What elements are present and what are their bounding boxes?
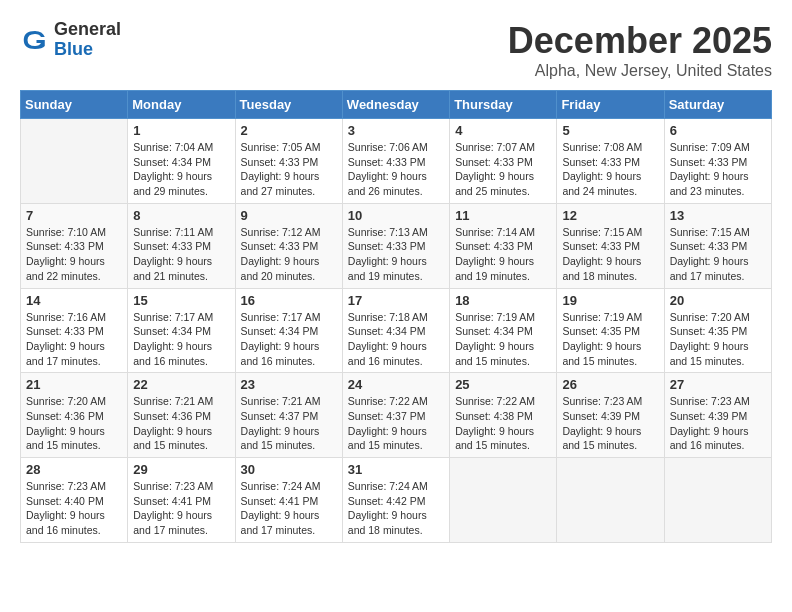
day-info: Sunrise: 7:20 AMSunset: 4:36 PMDaylight:… bbox=[26, 394, 122, 453]
day-number: 17 bbox=[348, 293, 444, 308]
day-number: 25 bbox=[455, 377, 551, 392]
day-info: Sunrise: 7:17 AMSunset: 4:34 PMDaylight:… bbox=[241, 310, 337, 369]
calendar-cell: 6Sunrise: 7:09 AMSunset: 4:33 PMDaylight… bbox=[664, 119, 771, 204]
day-number: 30 bbox=[241, 462, 337, 477]
page-header: General Blue December 2025 Alpha, New Je… bbox=[20, 20, 772, 80]
calendar-cell: 8Sunrise: 7:11 AMSunset: 4:33 PMDaylight… bbox=[128, 203, 235, 288]
day-info: Sunrise: 7:13 AMSunset: 4:33 PMDaylight:… bbox=[348, 225, 444, 284]
calendar-cell: 31Sunrise: 7:24 AMSunset: 4:42 PMDayligh… bbox=[342, 458, 449, 543]
day-number: 15 bbox=[133, 293, 229, 308]
day-number: 9 bbox=[241, 208, 337, 223]
day-info: Sunrise: 7:05 AMSunset: 4:33 PMDaylight:… bbox=[241, 140, 337, 199]
day-number: 12 bbox=[562, 208, 658, 223]
calendar-cell: 26Sunrise: 7:23 AMSunset: 4:39 PMDayligh… bbox=[557, 373, 664, 458]
day-number: 11 bbox=[455, 208, 551, 223]
day-info: Sunrise: 7:20 AMSunset: 4:35 PMDaylight:… bbox=[670, 310, 766, 369]
day-number: 29 bbox=[133, 462, 229, 477]
day-number: 13 bbox=[670, 208, 766, 223]
calendar-cell: 21Sunrise: 7:20 AMSunset: 4:36 PMDayligh… bbox=[21, 373, 128, 458]
day-number: 6 bbox=[670, 123, 766, 138]
calendar-cell: 18Sunrise: 7:19 AMSunset: 4:34 PMDayligh… bbox=[450, 288, 557, 373]
day-number: 28 bbox=[26, 462, 122, 477]
calendar-cell: 19Sunrise: 7:19 AMSunset: 4:35 PMDayligh… bbox=[557, 288, 664, 373]
calendar-header-row: SundayMondayTuesdayWednesdayThursdayFrid… bbox=[21, 91, 772, 119]
calendar-cell: 5Sunrise: 7:08 AMSunset: 4:33 PMDaylight… bbox=[557, 119, 664, 204]
logo-general: General bbox=[54, 20, 121, 40]
calendar-cell: 7Sunrise: 7:10 AMSunset: 4:33 PMDaylight… bbox=[21, 203, 128, 288]
calendar-cell: 29Sunrise: 7:23 AMSunset: 4:41 PMDayligh… bbox=[128, 458, 235, 543]
calendar-cell: 2Sunrise: 7:05 AMSunset: 4:33 PMDaylight… bbox=[235, 119, 342, 204]
calendar-cell: 24Sunrise: 7:22 AMSunset: 4:37 PMDayligh… bbox=[342, 373, 449, 458]
day-info: Sunrise: 7:04 AMSunset: 4:34 PMDaylight:… bbox=[133, 140, 229, 199]
day-info: Sunrise: 7:23 AMSunset: 4:39 PMDaylight:… bbox=[670, 394, 766, 453]
day-info: Sunrise: 7:17 AMSunset: 4:34 PMDaylight:… bbox=[133, 310, 229, 369]
calendar-cell bbox=[557, 458, 664, 543]
calendar-cell bbox=[664, 458, 771, 543]
logo-icon bbox=[20, 25, 50, 55]
calendar-header-saturday: Saturday bbox=[664, 91, 771, 119]
calendar-week-2: 7Sunrise: 7:10 AMSunset: 4:33 PMDaylight… bbox=[21, 203, 772, 288]
calendar-cell: 27Sunrise: 7:23 AMSunset: 4:39 PMDayligh… bbox=[664, 373, 771, 458]
calendar-header-thursday: Thursday bbox=[450, 91, 557, 119]
day-number: 26 bbox=[562, 377, 658, 392]
day-info: Sunrise: 7:21 AMSunset: 4:37 PMDaylight:… bbox=[241, 394, 337, 453]
day-info: Sunrise: 7:16 AMSunset: 4:33 PMDaylight:… bbox=[26, 310, 122, 369]
calendar-cell: 9Sunrise: 7:12 AMSunset: 4:33 PMDaylight… bbox=[235, 203, 342, 288]
calendar-cell: 17Sunrise: 7:18 AMSunset: 4:34 PMDayligh… bbox=[342, 288, 449, 373]
day-number: 4 bbox=[455, 123, 551, 138]
calendar-header-sunday: Sunday bbox=[21, 91, 128, 119]
day-number: 3 bbox=[348, 123, 444, 138]
day-info: Sunrise: 7:12 AMSunset: 4:33 PMDaylight:… bbox=[241, 225, 337, 284]
day-info: Sunrise: 7:19 AMSunset: 4:34 PMDaylight:… bbox=[455, 310, 551, 369]
day-number: 1 bbox=[133, 123, 229, 138]
day-info: Sunrise: 7:09 AMSunset: 4:33 PMDaylight:… bbox=[670, 140, 766, 199]
calendar-week-1: 1Sunrise: 7:04 AMSunset: 4:34 PMDaylight… bbox=[21, 119, 772, 204]
day-info: Sunrise: 7:23 AMSunset: 4:40 PMDaylight:… bbox=[26, 479, 122, 538]
day-number: 8 bbox=[133, 208, 229, 223]
day-info: Sunrise: 7:10 AMSunset: 4:33 PMDaylight:… bbox=[26, 225, 122, 284]
calendar-cell: 12Sunrise: 7:15 AMSunset: 4:33 PMDayligh… bbox=[557, 203, 664, 288]
calendar-cell bbox=[21, 119, 128, 204]
day-number: 31 bbox=[348, 462, 444, 477]
day-info: Sunrise: 7:21 AMSunset: 4:36 PMDaylight:… bbox=[133, 394, 229, 453]
calendar-cell: 4Sunrise: 7:07 AMSunset: 4:33 PMDaylight… bbox=[450, 119, 557, 204]
calendar-cell: 1Sunrise: 7:04 AMSunset: 4:34 PMDaylight… bbox=[128, 119, 235, 204]
calendar-cell: 30Sunrise: 7:24 AMSunset: 4:41 PMDayligh… bbox=[235, 458, 342, 543]
calendar-cell: 3Sunrise: 7:06 AMSunset: 4:33 PMDaylight… bbox=[342, 119, 449, 204]
calendar-cell: 28Sunrise: 7:23 AMSunset: 4:40 PMDayligh… bbox=[21, 458, 128, 543]
day-info: Sunrise: 7:23 AMSunset: 4:39 PMDaylight:… bbox=[562, 394, 658, 453]
calendar-cell: 13Sunrise: 7:15 AMSunset: 4:33 PMDayligh… bbox=[664, 203, 771, 288]
logo: General Blue bbox=[20, 20, 121, 60]
logo-blue: Blue bbox=[54, 40, 121, 60]
day-number: 14 bbox=[26, 293, 122, 308]
day-number: 22 bbox=[133, 377, 229, 392]
day-number: 5 bbox=[562, 123, 658, 138]
calendar-header-friday: Friday bbox=[557, 91, 664, 119]
calendar-cell: 11Sunrise: 7:14 AMSunset: 4:33 PMDayligh… bbox=[450, 203, 557, 288]
day-number: 27 bbox=[670, 377, 766, 392]
calendar-cell bbox=[450, 458, 557, 543]
calendar-cell: 16Sunrise: 7:17 AMSunset: 4:34 PMDayligh… bbox=[235, 288, 342, 373]
calendar-week-4: 21Sunrise: 7:20 AMSunset: 4:36 PMDayligh… bbox=[21, 373, 772, 458]
calendar-header-wednesday: Wednesday bbox=[342, 91, 449, 119]
calendar-cell: 14Sunrise: 7:16 AMSunset: 4:33 PMDayligh… bbox=[21, 288, 128, 373]
calendar-week-5: 28Sunrise: 7:23 AMSunset: 4:40 PMDayligh… bbox=[21, 458, 772, 543]
day-info: Sunrise: 7:07 AMSunset: 4:33 PMDaylight:… bbox=[455, 140, 551, 199]
location: Alpha, New Jersey, United States bbox=[508, 62, 772, 80]
day-info: Sunrise: 7:15 AMSunset: 4:33 PMDaylight:… bbox=[670, 225, 766, 284]
day-number: 24 bbox=[348, 377, 444, 392]
day-info: Sunrise: 7:19 AMSunset: 4:35 PMDaylight:… bbox=[562, 310, 658, 369]
day-info: Sunrise: 7:11 AMSunset: 4:33 PMDaylight:… bbox=[133, 225, 229, 284]
day-info: Sunrise: 7:18 AMSunset: 4:34 PMDaylight:… bbox=[348, 310, 444, 369]
calendar-cell: 20Sunrise: 7:20 AMSunset: 4:35 PMDayligh… bbox=[664, 288, 771, 373]
calendar-header-monday: Monday bbox=[128, 91, 235, 119]
day-number: 2 bbox=[241, 123, 337, 138]
day-number: 19 bbox=[562, 293, 658, 308]
calendar-cell: 23Sunrise: 7:21 AMSunset: 4:37 PMDayligh… bbox=[235, 373, 342, 458]
title-section: December 2025 Alpha, New Jersey, United … bbox=[508, 20, 772, 80]
day-info: Sunrise: 7:14 AMSunset: 4:33 PMDaylight:… bbox=[455, 225, 551, 284]
calendar-header-tuesday: Tuesday bbox=[235, 91, 342, 119]
day-info: Sunrise: 7:22 AMSunset: 4:38 PMDaylight:… bbox=[455, 394, 551, 453]
day-info: Sunrise: 7:08 AMSunset: 4:33 PMDaylight:… bbox=[562, 140, 658, 199]
day-number: 20 bbox=[670, 293, 766, 308]
